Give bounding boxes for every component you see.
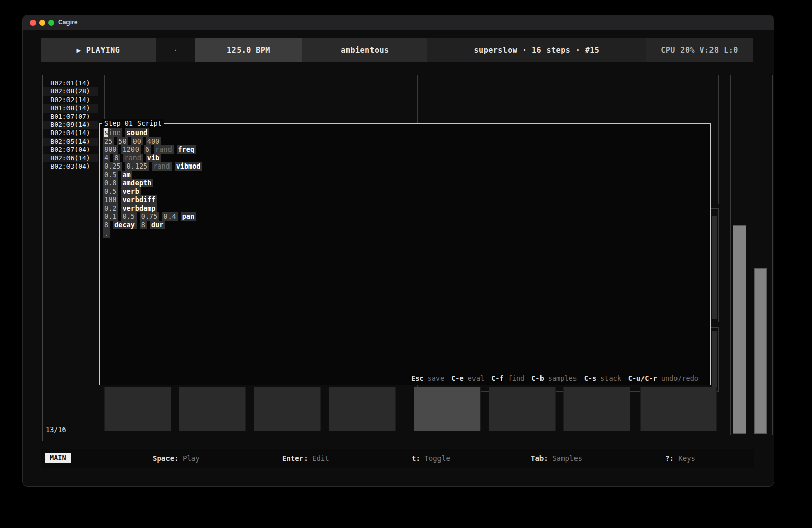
- editor-hint-key: C-u/C-r: [628, 374, 661, 382]
- script-token: dur: [150, 221, 165, 229]
- transport-status[interactable]: ▶ PLAYING: [41, 38, 156, 62]
- sample-list-item[interactable]: B02:08(28): [43, 87, 98, 95]
- sample-list-item[interactable]: B02:07(04): [43, 146, 98, 154]
- statusbar-hint-key: ?:: [665, 454, 678, 463]
- script-token: 6: [144, 145, 151, 154]
- sample-list-item[interactable]: B02:02(14): [43, 96, 98, 104]
- script-token: 100: [103, 195, 118, 204]
- sample-list-item[interactable]: B02:06(14): [43, 154, 98, 162]
- script-editor-dialog[interactable]: Step 01 Script sinesound2550004008001200…: [99, 123, 711, 385]
- editor-hint-label: save: [428, 374, 445, 382]
- script-line: 100verbdiff: [103, 195, 205, 204]
- script-token: 0.5: [103, 187, 118, 196]
- step-box[interactable]: [489, 387, 556, 431]
- script-token: vib: [146, 154, 161, 162]
- statusbar-hint-key: t:: [412, 454, 424, 463]
- statusbar-hint-label: Play: [183, 454, 200, 463]
- sample-list: B02:01(14)B02:08(28)B02:02(14)B01:08(14)…: [43, 75, 98, 171]
- system-stats-text: CPU 20% V:28 L:0: [661, 46, 738, 55]
- scene-selector[interactable]: ambientous: [302, 38, 427, 62]
- sample-list-panel[interactable]: B02:01(14)B02:08(28)B02:02(14)B01:08(14)…: [42, 75, 98, 441]
- script-token: rand: [152, 162, 172, 171]
- script-token: vibmod: [175, 162, 202, 171]
- script-token: 1200: [121, 145, 141, 154]
- statusbar-hint: Tab: Samples: [531, 454, 582, 463]
- close-window-button[interactable]: [30, 20, 36, 26]
- step-box[interactable]: [329, 387, 396, 431]
- editor-hint-label: eval: [468, 374, 485, 382]
- script-token: am: [121, 171, 132, 179]
- script-token: verbdiff: [121, 195, 157, 204]
- status-bar: MAIN Space: PlayEnter: Editt: ToggleTab:…: [41, 449, 754, 468]
- script-token: decay: [113, 221, 137, 229]
- statusbar-hint-label: Samples: [552, 454, 582, 463]
- bpm-display[interactable]: 125.0 BPM: [195, 38, 302, 62]
- sample-list-item[interactable]: B02:05(14): [43, 138, 98, 146]
- script-token: 0.4: [162, 212, 177, 221]
- text-cursor: s: [104, 128, 108, 137]
- system-stats: CPU 20% V:28 L:0: [646, 38, 753, 62]
- sample-list-item[interactable]: B02:01(14): [43, 79, 98, 87]
- script-token: sound: [125, 128, 149, 137]
- bpm-value: 125.0 BPM: [227, 46, 270, 55]
- pattern-info-text: superslow · 16 steps · #15: [474, 46, 600, 55]
- script-line: 0.8amdepth: [103, 179, 205, 187]
- script-line: 0.10.50.750.4pan: [103, 212, 205, 221]
- editor-hint-label: samples: [548, 374, 577, 382]
- statusbar-hint-label: Toggle: [424, 454, 450, 463]
- step-box[interactable]: [414, 387, 481, 431]
- sample-list-item[interactable]: B01:07(07): [43, 113, 98, 121]
- step-box[interactable]: [179, 387, 246, 431]
- script-token: verbdamp: [121, 204, 157, 213]
- editor-hint-label: stack: [600, 374, 621, 382]
- script-token: 0.8: [103, 179, 118, 187]
- sample-list-item[interactable]: B01:08(14): [43, 104, 98, 112]
- script-token: freq: [177, 145, 196, 154]
- zoom-window-button[interactable]: [48, 20, 54, 26]
- editor-hint-label: undo/redo: [661, 374, 698, 382]
- sample-list-item[interactable]: B02:09(14): [43, 121, 98, 129]
- stack-scroll-indicator-lower: [712, 331, 717, 389]
- step-box[interactable]: [563, 387, 630, 431]
- script-token: 400: [146, 137, 161, 146]
- step-box[interactable]: [254, 387, 321, 431]
- script-token: amdepth: [121, 179, 153, 187]
- script-token: 0.125: [125, 162, 149, 171]
- script-token: 00: [131, 137, 143, 146]
- script-token: rand: [154, 145, 174, 154]
- script-token: 0.25: [103, 162, 122, 171]
- editor-hint-label: find: [508, 374, 525, 382]
- script-line: .: [103, 229, 205, 238]
- sample-position-indicator: 13/16: [46, 425, 66, 434]
- statusbar-hint-label: Edit: [312, 454, 329, 463]
- script-token: pan: [181, 212, 196, 221]
- level-meter-left: [733, 226, 746, 433]
- statusbar-hint-key: Tab:: [531, 454, 552, 463]
- statusbar-hint-key: Space:: [153, 454, 183, 463]
- step-box[interactable]: [640, 387, 717, 431]
- beat-indicator: ·: [156, 38, 195, 62]
- script-token: 0.5: [103, 171, 118, 179]
- script-token: 8: [113, 154, 120, 162]
- script-token: 0.75: [140, 212, 159, 221]
- statusbar-hint-label: Keys: [678, 454, 695, 463]
- editor-hint-key: C-f: [491, 374, 508, 382]
- script-line: 0.250.125randvibmod: [103, 162, 205, 171]
- window-title: Cagire: [58, 19, 77, 26]
- window-titlebar[interactable]: Cagire: [23, 15, 774, 30]
- script-token: 0.5: [121, 212, 136, 221]
- minimize-window-button[interactable]: [39, 20, 45, 26]
- script-text-area[interactable]: sinesound25500040080012006randfreq48rand…: [103, 128, 205, 238]
- sample-list-item[interactable]: B02:04(14): [43, 129, 98, 137]
- pattern-info: superslow · 16 steps · #15: [427, 38, 646, 62]
- script-line: 0.2verbdamp: [103, 204, 205, 213]
- script-line: 255000400: [103, 137, 205, 146]
- script-token: verb: [121, 187, 141, 196]
- script-token: 25: [103, 137, 114, 146]
- scene-name: ambientous: [341, 46, 389, 55]
- editor-title: Step 01 Script: [102, 119, 164, 127]
- editor-hint-key: C-e: [451, 374, 468, 382]
- sample-list-item[interactable]: B02:03(04): [43, 162, 98, 171]
- step-box[interactable]: [104, 387, 171, 431]
- beat-dot: ·: [174, 47, 178, 54]
